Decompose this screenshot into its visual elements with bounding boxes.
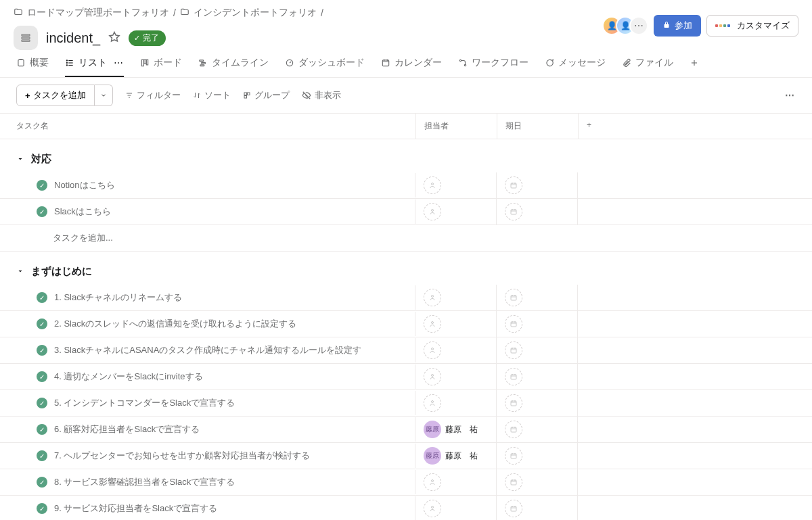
complete-check-icon[interactable]: ✓	[37, 206, 47, 217]
tab-board[interactable]: ボード	[140, 57, 182, 77]
task-row[interactable]: ✓5. インシデントコマンダーをSlackで宣言する	[0, 390, 812, 417]
task-row[interactable]: ✓Slackはこちら	[0, 199, 812, 225]
date-empty-icon[interactable]	[505, 394, 522, 412]
complete-check-icon[interactable]: ✓	[37, 292, 47, 303]
complete-check-icon[interactable]: ✓	[37, 477, 47, 488]
due-date-cell[interactable]	[497, 364, 578, 389]
assignee-cell[interactable]	[415, 390, 497, 416]
assignee-cell[interactable]	[415, 172, 497, 198]
due-date-cell[interactable]	[497, 337, 578, 363]
tab-overview[interactable]: 概要	[16, 57, 49, 77]
assignee-empty-icon[interactable]	[424, 315, 441, 333]
task-row[interactable]: ✓4. 適切なメンバーをSlackにinviteする	[0, 364, 812, 390]
assignee-empty-icon[interactable]	[424, 341, 441, 359]
task-name-cell[interactable]: ✓2. Slackのスレッドへの返信通知を受け取れるように設定する	[0, 312, 415, 336]
date-empty-icon[interactable]	[505, 341, 522, 359]
section-header[interactable]: 対応	[0, 139, 812, 172]
task-name-cell[interactable]: ✓4. 適切なメンバーをSlackにinviteする	[0, 364, 415, 389]
tab-file[interactable]: ファイル	[622, 57, 673, 77]
due-date-cell[interactable]	[497, 443, 578, 469]
tab-workflow[interactable]: ワークフロー	[458, 57, 528, 77]
complete-check-icon[interactable]: ✓	[37, 398, 47, 408]
column-header-name[interactable]: タスク名	[0, 114, 415, 139]
section-header[interactable]: まずはじめに	[0, 252, 812, 285]
due-date-cell[interactable]	[497, 496, 578, 520]
task-row[interactable]: ✓8. サービス影響確認担当者をSlackで宣言する	[0, 469, 812, 496]
column-add[interactable]: +	[578, 114, 605, 139]
breadcrumb-link-0[interactable]: ロードマップ管理ポートフォリオ	[27, 7, 169, 19]
add-task-inline[interactable]: タスクを追加...	[0, 225, 812, 252]
complete-check-icon[interactable]: ✓	[37, 371, 47, 382]
task-name-cell[interactable]: ✓6. 顧客対応担当者をSlackで宣言する	[0, 417, 415, 442]
due-date-cell[interactable]	[497, 285, 578, 310]
column-header-due[interactable]: 期日	[497, 114, 578, 139]
assignee-empty-icon[interactable]	[424, 500, 441, 517]
date-empty-icon[interactable]	[505, 203, 522, 220]
assignee-cell[interactable]: 藤原藤原 祐	[415, 443, 497, 469]
date-empty-icon[interactable]	[505, 421, 522, 438]
column-header-assignee[interactable]: 担当者	[415, 114, 497, 139]
due-date-cell[interactable]	[497, 172, 578, 198]
assignee-cell[interactable]	[415, 364, 497, 389]
task-row[interactable]: ✓6. 顧客対応担当者をSlackで宣言する藤原藤原 祐	[0, 417, 812, 443]
task-row[interactable]: ✓3. SlackチャネルにASANAのタスク作成時にチャネル通知するルールを設…	[0, 337, 812, 364]
tab-list[interactable]: リスト⋯	[65, 57, 124, 77]
assignee-empty-icon[interactable]	[424, 473, 441, 491]
complete-check-icon[interactable]: ✓	[37, 503, 47, 514]
tab-more-icon[interactable]: ⋯	[114, 57, 124, 68]
project-title[interactable]: incident_	[46, 30, 100, 46]
hide-button[interactable]: 非表示	[302, 89, 341, 101]
tab-dashboard[interactable]: ダッシュボード	[285, 57, 365, 77]
date-empty-icon[interactable]	[505, 176, 522, 194]
due-date-cell[interactable]	[497, 311, 578, 337]
customize-button[interactable]: カスタマイズ	[706, 15, 798, 37]
tab-add[interactable]	[690, 58, 699, 76]
date-empty-icon[interactable]	[505, 368, 522, 385]
due-date-cell[interactable]	[497, 417, 578, 442]
task-row[interactable]: ✓1. Slackチャネルのリネームする	[0, 285, 812, 311]
assignee-cell[interactable]	[415, 337, 497, 363]
due-date-cell[interactable]	[497, 199, 578, 224]
due-date-cell[interactable]	[497, 390, 578, 416]
date-empty-icon[interactable]	[505, 315, 522, 333]
group-button[interactable]: グループ	[243, 89, 290, 101]
assignee-empty-icon[interactable]	[424, 394, 441, 412]
complete-check-icon[interactable]: ✓	[37, 318, 47, 329]
assignee-cell[interactable]	[415, 469, 497, 495]
date-empty-icon[interactable]	[505, 473, 522, 491]
avatar-stack[interactable]: 👤 👤 ⋯	[602, 16, 648, 35]
task-row[interactable]: ✓Notionはこちら	[0, 172, 812, 199]
star-icon[interactable]	[108, 31, 120, 45]
complete-check-icon[interactable]: ✓	[37, 450, 47, 461]
toolbar-more[interactable]: ⋯	[785, 90, 796, 101]
task-name-cell[interactable]: ✓7. ヘルプセンターでお知らせを出すか顧客対応担当者が検討する	[0, 444, 415, 468]
tab-timeline[interactable]: タイムライン	[198, 57, 269, 77]
breadcrumb-link-1[interactable]: インシデントポートフォリオ	[194, 7, 317, 19]
member-more[interactable]: ⋯	[629, 16, 648, 35]
tab-message[interactable]: メッセージ	[545, 57, 606, 77]
assignee-empty-icon[interactable]	[424, 176, 441, 194]
task-name-cell[interactable]: ✓9. サービス対応担当者をSlackで宣言する	[0, 496, 415, 520]
sort-button[interactable]: ソート	[193, 89, 231, 101]
task-name-cell[interactable]: ✓8. サービス影響確認担当者をSlackで宣言する	[0, 470, 415, 494]
due-date-cell[interactable]	[497, 469, 578, 495]
date-empty-icon[interactable]	[505, 447, 522, 465]
assignee-empty-icon[interactable]	[424, 368, 441, 385]
tab-calendar[interactable]: カレンダー	[381, 57, 442, 77]
task-row[interactable]: ✓7. ヘルプセンターでお知らせを出すか顧客対応担当者が検討する藤原藤原 祐	[0, 443, 812, 469]
task-name-cell[interactable]: ✓5. インシデントコマンダーをSlackで宣言する	[0, 391, 415, 415]
add-task-button[interactable]: +タスクを追加	[16, 85, 95, 106]
assignee-cell[interactable]	[415, 311, 497, 337]
project-icon[interactable]	[14, 26, 38, 50]
complete-check-icon[interactable]: ✓	[37, 180, 47, 191]
task-row[interactable]: ✓9. サービス対応担当者をSlackで宣言する	[0, 496, 812, 520]
filter-button[interactable]: フィルター	[125, 89, 181, 101]
assignee-cell[interactable]	[415, 285, 497, 310]
task-name-cell[interactable]: ✓1. Slackチャネルのリネームする	[0, 285, 415, 310]
date-empty-icon[interactable]	[505, 289, 522, 306]
status-pill[interactable]: 完了	[129, 30, 166, 46]
assignee-empty-icon[interactable]	[424, 203, 441, 220]
assignee-cell[interactable]	[415, 496, 497, 520]
date-empty-icon[interactable]	[505, 500, 522, 517]
join-button[interactable]: 参加	[654, 15, 701, 37]
